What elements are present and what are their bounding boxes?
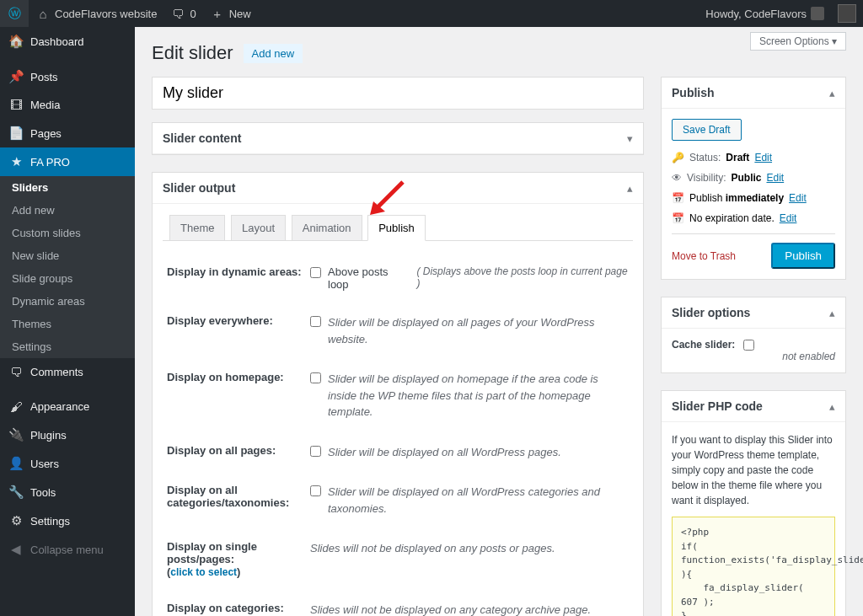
cache-slider-checkbox[interactable] xyxy=(743,340,754,351)
menu-collapse[interactable]: ◀Collapse menu xyxy=(0,535,135,564)
menu-posts[interactable]: 📌Posts xyxy=(0,62,135,91)
status-edit-link[interactable]: Edit xyxy=(754,152,772,163)
cache-not-enabled: not enabled xyxy=(692,351,835,362)
allcat-checkbox[interactable] xyxy=(310,485,321,496)
add-new-button[interactable]: Add new xyxy=(244,44,303,63)
menu-dashboard[interactable]: 🏠Dashboard xyxy=(0,27,135,56)
slider-output-panel: Slider output ▴ Theme Layout Animation P… xyxy=(152,172,644,616)
chevron-up-icon[interactable]: ▴ xyxy=(829,87,835,99)
tab-publish[interactable]: Publish xyxy=(367,215,426,241)
site-name[interactable]: ⌂CodeFlavors website xyxy=(29,0,163,27)
single-text: Slides will not be displayed on any post… xyxy=(310,540,555,557)
calendar-icon: 📅 xyxy=(672,192,684,204)
submenu-settings[interactable]: Settings xyxy=(0,335,135,358)
comments-bubble[interactable]: 🗨0 xyxy=(163,0,202,27)
wrench-icon: 🔧 xyxy=(8,485,24,500)
menu-tools[interactable]: 🔧Tools xyxy=(0,478,135,506)
slider-content-title: Slider content xyxy=(163,131,241,145)
support-icon xyxy=(838,4,856,23)
submenu-newslide[interactable]: New slide xyxy=(0,244,135,267)
menu-appearance[interactable]: 🖌Appearance xyxy=(0,393,135,420)
slider-title-input[interactable] xyxy=(152,77,644,110)
page-heading: Edit slider Add new xyxy=(152,42,750,64)
main-content: Screen Options ▾ Edit slider Add new Sli… xyxy=(135,27,863,616)
visibility-edit-link[interactable]: Edit xyxy=(766,172,784,184)
comments-count: 0 xyxy=(190,8,196,20)
php-code-block[interactable]: <?php if( function_exists('fa_display_sl… xyxy=(672,517,835,616)
new-label: New xyxy=(229,8,251,20)
gauge-icon: 🏠 xyxy=(8,34,24,49)
new-content[interactable]: +New xyxy=(203,0,258,27)
howdy-account[interactable]: Howdy, CodeFlavors xyxy=(699,0,831,27)
above-posts-loop-hint: ( Displays above the posts loop in curre… xyxy=(416,265,629,289)
above-posts-loop-checkbox[interactable] xyxy=(310,267,321,278)
cat-label: Display on categories: (click to select) xyxy=(167,602,310,616)
submenu-dynamic[interactable]: Dynamic areas xyxy=(0,290,135,313)
everywhere-label: Display everywhere: xyxy=(167,314,310,327)
user-icon: 👤 xyxy=(8,456,24,471)
slider-php-box: Slider PHP code ▴ If you want to display… xyxy=(661,390,846,616)
eye-icon: 👁 xyxy=(672,172,682,184)
homepage-checkbox[interactable] xyxy=(310,372,321,383)
submenu-sliders[interactable]: Sliders xyxy=(0,176,135,199)
chevron-up-icon[interactable]: ▴ xyxy=(627,182,633,195)
brush-icon: 🖌 xyxy=(8,399,24,414)
wp-logo[interactable]: ⓦ xyxy=(0,0,29,27)
slider-content-panel[interactable]: Slider content ▾ xyxy=(152,122,644,155)
php-box-title: Slider PHP code xyxy=(672,399,763,413)
plugin-icon: 🔌 xyxy=(8,427,24,442)
cat-text: Slides will not be displayed on any cate… xyxy=(310,602,591,616)
everywhere-checkbox[interactable] xyxy=(310,316,321,327)
menu-comments[interactable]: 🗨Comments xyxy=(0,358,135,386)
save-draft-button[interactable]: Save Draft xyxy=(672,119,742,141)
menu-pages[interactable]: 📄Pages xyxy=(0,119,135,147)
wordpress-icon: ⓦ xyxy=(7,6,22,22)
menu-plugins[interactable]: 🔌Plugins xyxy=(0,420,135,449)
submenu-fapro: Sliders Add new Custom slides New slide … xyxy=(0,176,135,358)
tab-theme[interactable]: Theme xyxy=(169,215,225,240)
expiration-row: 📅 No expiration date. Edit xyxy=(672,208,835,228)
submenu-addnew[interactable]: Add new xyxy=(0,199,135,222)
php-intro-text: If you want to display this Slider into … xyxy=(672,432,835,508)
allpages-label: Display on all pages: xyxy=(167,444,310,457)
time-edit-link[interactable]: Edit xyxy=(789,192,807,204)
single-label: Display on single posts/pages: (click to… xyxy=(167,540,310,578)
cache-label: Cache slider: xyxy=(672,339,735,351)
screen-options-toggle[interactable]: Screen Options ▾ xyxy=(750,32,846,51)
submenu-themes[interactable]: Themes xyxy=(0,313,135,335)
support-link[interactable] xyxy=(831,0,863,27)
key-icon: 🔑 xyxy=(672,152,684,163)
expiration-edit-link[interactable]: Edit xyxy=(780,212,797,224)
tab-animation[interactable]: Animation xyxy=(292,215,362,240)
chevron-up-icon[interactable]: ▴ xyxy=(829,307,835,319)
dynamic-areas-label: Display in dynamic areas: xyxy=(167,265,310,278)
status-value: Draft xyxy=(726,152,749,163)
menu-users[interactable]: 👤Users xyxy=(0,449,135,478)
publish-time-row: 📅 Publish immediately Edit xyxy=(672,188,835,208)
menu-media[interactable]: 🎞Media xyxy=(0,91,135,119)
submenu-groups[interactable]: Slide groups xyxy=(0,267,135,290)
tab-layout[interactable]: Layout xyxy=(231,215,286,240)
star-icon: ★ xyxy=(8,154,24,169)
status-row: 🔑 Status: Draft Edit xyxy=(672,147,835,168)
everywhere-text: Slider will be displayed on all pages of… xyxy=(328,314,629,347)
allcat-text: Slider will be displayed on all WordPres… xyxy=(328,484,629,517)
comment-icon: 🗨 xyxy=(170,7,185,21)
submenu-custom[interactable]: Custom slides xyxy=(0,222,135,244)
slider-output-title: Slider output xyxy=(163,181,235,195)
visibility-row: 👁 Visibility: Public Edit xyxy=(672,168,835,188)
allpages-checkbox[interactable] xyxy=(310,446,321,457)
move-to-trash-link[interactable]: Move to Trash xyxy=(672,250,736,262)
pin-icon: 📌 xyxy=(8,69,24,84)
sliders-icon: ⚙ xyxy=(8,513,24,528)
publish-button[interactable]: Publish xyxy=(771,243,835,269)
allpages-text: Slider will be displayed on all WordPres… xyxy=(328,444,561,461)
site-name-label: CodeFlavors website xyxy=(55,8,157,20)
menu-settings[interactable]: ⚙Settings xyxy=(0,506,135,535)
chevron-down-icon[interactable]: ▾ xyxy=(627,132,633,145)
menu-fapro[interactable]: ★FA PRO xyxy=(0,147,135,176)
chevron-up-icon[interactable]: ▴ xyxy=(829,400,835,413)
single-click-select[interactable]: click to select xyxy=(170,566,237,578)
allcat-label: Display on all categories/taxonomies: xyxy=(167,484,310,509)
avatar-icon xyxy=(811,7,824,20)
